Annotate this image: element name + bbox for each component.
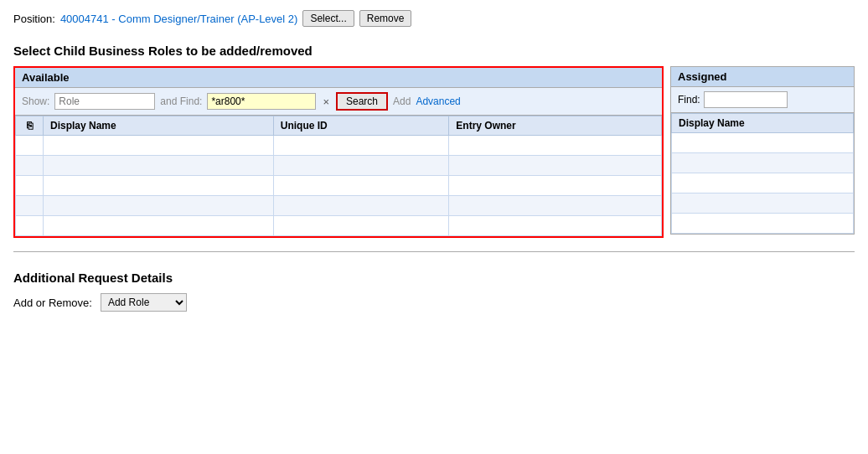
clear-button[interactable]: × <box>321 95 331 108</box>
display-name-cell <box>44 136 274 156</box>
remove-button[interactable]: Remove <box>359 10 412 27</box>
divider <box>13 251 855 252</box>
available-table: ⎘ Display Name Unique ID Entry Owner <box>15 116 662 236</box>
assigned-table: Display Name <box>671 113 854 234</box>
assigned-toolbar: Find: <box>671 87 854 113</box>
section-title: Select Child Business Roles to be added/… <box>13 44 855 58</box>
col-unique-id-header: Unique ID <box>273 116 449 136</box>
assigned-panel: Assigned Find: Display Name <box>670 66 855 235</box>
table-row <box>16 196 662 216</box>
assigned-find-label: Find: <box>678 94 700 106</box>
assigned-table-row <box>672 173 854 193</box>
entry-owner-cell <box>449 136 662 156</box>
available-toolbar: Show: and Find: × Search Add Advanced <box>15 88 662 116</box>
display-name-cell <box>44 156 274 176</box>
advanced-link[interactable]: Advanced <box>416 95 460 107</box>
copy-cell <box>16 196 44 216</box>
entry-owner-cell <box>449 156 662 176</box>
assigned-display-name-cell <box>672 153 854 173</box>
table-row <box>16 176 662 196</box>
add-remove-row: Add or Remove: Add Role Remove Role <box>13 293 855 312</box>
unique-id-cell <box>273 196 449 216</box>
assigned-display-name-cell <box>672 173 854 193</box>
assigned-find-input[interactable] <box>704 91 788 108</box>
assigned-table-row <box>672 133 854 153</box>
table-row <box>16 136 662 156</box>
copy-cell <box>16 136 44 156</box>
assigned-table-row <box>672 193 854 214</box>
copy-cell <box>16 216 44 236</box>
unique-id-cell <box>273 136 449 156</box>
additional-section-title: Additional Request Details <box>13 271 855 285</box>
panels-container: Available Show: and Find: × Search Add A… <box>13 66 855 238</box>
display-name-cell <box>44 216 274 236</box>
unique-id-cell <box>273 156 449 176</box>
show-label: Show: <box>22 95 49 107</box>
assigned-col-display-name-header: Display Name <box>672 114 854 133</box>
assigned-panel-header: Assigned <box>671 67 854 87</box>
position-row: Position: 40004741 - Comm Designer/Train… <box>13 10 855 27</box>
copy-icon: ⎘ <box>23 120 36 132</box>
add-remove-select[interactable]: Add Role Remove Role <box>101 293 187 312</box>
col-copy-header: ⎘ <box>16 116 44 136</box>
assigned-display-name-cell <box>672 193 854 214</box>
unique-id-cell <box>273 176 449 196</box>
search-button[interactable]: Search <box>336 92 388 111</box>
entry-owner-cell <box>449 196 662 216</box>
entry-owner-cell <box>449 176 662 196</box>
display-name-cell <box>44 196 274 216</box>
col-entry-owner-header: Entry Owner <box>449 116 662 136</box>
table-row <box>16 156 662 176</box>
available-panel-header: Available <box>15 68 662 88</box>
available-panel: Available Show: and Find: × Search Add A… <box>13 66 664 238</box>
add-link[interactable]: Add <box>393 95 411 107</box>
and-find-label: and Find: <box>160 95 202 107</box>
show-input[interactable] <box>54 93 155 110</box>
assigned-display-name-cell <box>672 133 854 153</box>
find-input[interactable] <box>207 93 316 110</box>
copy-cell <box>16 176 44 196</box>
additional-section: Additional Request Details Add or Remove… <box>13 271 855 312</box>
assigned-table-row <box>672 214 854 234</box>
entry-owner-cell <box>449 216 662 236</box>
col-display-name-header: Display Name <box>44 116 274 136</box>
position-label: Position: <box>13 13 55 25</box>
add-remove-label: Add or Remove: <box>13 297 92 309</box>
select-button[interactable]: Select... <box>302 10 354 27</box>
assigned-table-row <box>672 153 854 173</box>
table-row <box>16 216 662 236</box>
display-name-cell <box>44 176 274 196</box>
position-link[interactable]: 40004741 - Comm Designer/Trainer (AP-Lev… <box>60 13 298 25</box>
copy-cell <box>16 156 44 176</box>
unique-id-cell <box>273 216 449 236</box>
assigned-display-name-cell <box>672 214 854 234</box>
